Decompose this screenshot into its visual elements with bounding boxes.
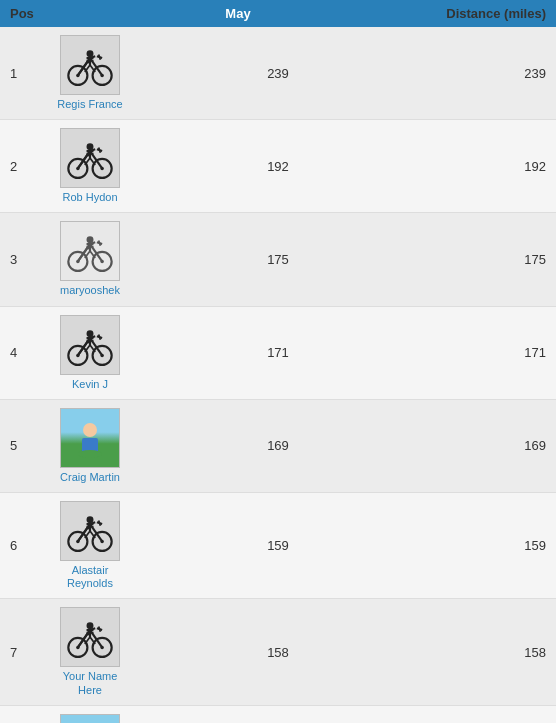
row-avatar: Craig Martin — [50, 408, 130, 484]
table-row: 4 Kevin J 171 171 — [0, 307, 556, 400]
row-name: Alastair Reynolds — [50, 564, 130, 590]
row-name: Your NameHere — [63, 670, 118, 696]
row-position: 2 — [10, 159, 50, 174]
row-total-miles: 171 — [426, 345, 546, 360]
row-position: 5 — [10, 438, 50, 453]
row-avatar: Kevin J — [50, 315, 130, 391]
table-row: 1 Regis France 239 239 — [0, 27, 556, 120]
row-avatar: John Cantrell — [50, 714, 130, 723]
row-month-miles: 169 — [130, 438, 426, 453]
row-position: 3 — [10, 252, 50, 267]
row-total-miles: 192 — [426, 159, 546, 174]
svg-point-46 — [87, 237, 94, 244]
svg-line-28 — [99, 148, 101, 153]
header-month: May — [50, 6, 426, 21]
table-row: 5 Craig Martin 169 169 — [0, 400, 556, 493]
row-name: maryooshek — [60, 284, 120, 297]
row-name: Craig Martin — [60, 471, 120, 484]
row-position: 7 — [10, 645, 50, 660]
table-row: 8 John Cantrell 137 137 — [0, 706, 556, 723]
leaderboard-header: Pos May Distance (miles) — [0, 0, 556, 27]
row-month-miles: 192 — [130, 159, 426, 174]
table-row: 3 maryooshek 175 175 — [0, 213, 556, 306]
table-row: 6 Alastair Reynolds 159 159 — [0, 493, 556, 599]
row-total-miles: 159 — [426, 538, 546, 553]
header-distance: Distance (miles) — [426, 6, 546, 21]
svg-line-82 — [99, 521, 101, 526]
svg-line-62 — [99, 334, 101, 339]
row-name: Kevin J — [72, 378, 108, 391]
row-name: Rob Hydon — [62, 191, 117, 204]
row-month-miles: 175 — [130, 252, 426, 267]
row-name: Regis France — [57, 98, 122, 111]
svg-point-12 — [87, 50, 94, 57]
leaderboard-table: 1 Regis France 239 239 2 — [0, 27, 556, 723]
svg-point-68 — [83, 423, 97, 437]
row-month-miles: 158 — [130, 645, 426, 660]
row-total-miles: 239 — [426, 66, 546, 81]
row-position: 1 — [10, 66, 50, 81]
row-total-miles: 158 — [426, 645, 546, 660]
svg-point-100 — [87, 623, 94, 630]
svg-point-83 — [87, 516, 94, 523]
table-row: 7 Your NameHere 158 158 — [0, 599, 556, 705]
svg-point-70 — [78, 450, 102, 458]
row-total-miles: 169 — [426, 438, 546, 453]
row-total-miles: 175 — [426, 252, 546, 267]
row-avatar: Regis France — [50, 35, 130, 111]
row-avatar: maryooshek — [50, 221, 130, 297]
row-avatar: Alastair Reynolds — [50, 501, 130, 590]
row-avatar: Your NameHere — [50, 607, 130, 696]
svg-line-11 — [99, 55, 101, 60]
row-position: 4 — [10, 345, 50, 360]
header-pos: Pos — [10, 6, 50, 21]
svg-line-99 — [99, 627, 101, 632]
row-month-miles: 159 — [130, 538, 426, 553]
row-avatar: Rob Hydon — [50, 128, 130, 204]
row-month-miles: 239 — [130, 66, 426, 81]
svg-point-63 — [87, 330, 94, 337]
table-row: 2 Rob Hydon 192 192 — [0, 120, 556, 213]
row-month-miles: 171 — [130, 345, 426, 360]
svg-point-29 — [87, 143, 94, 150]
row-position: 6 — [10, 538, 50, 553]
svg-line-45 — [99, 241, 101, 246]
